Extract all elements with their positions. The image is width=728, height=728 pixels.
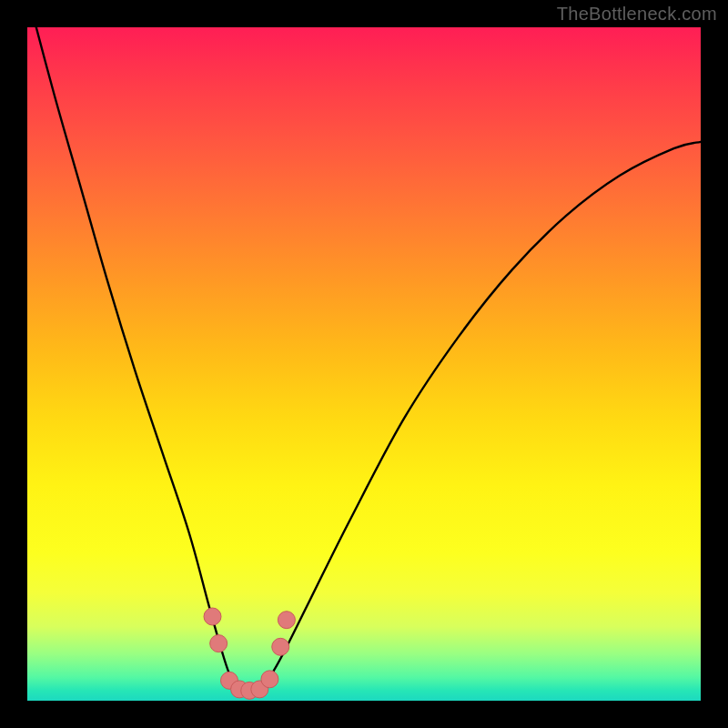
marker-dot [210,635,228,652]
bottleneck-curve [27,0,701,691]
curve-layer [27,27,701,701]
chart-frame: TheBottleneck.com [0,0,728,728]
plot-area [27,27,701,701]
marker-dot [278,612,295,629]
marker-dot [204,608,221,625]
marker-dot [261,671,278,688]
watermark-text: TheBottleneck.com [557,4,717,25]
marker-dot [272,638,289,655]
curve-markers [204,608,295,699]
